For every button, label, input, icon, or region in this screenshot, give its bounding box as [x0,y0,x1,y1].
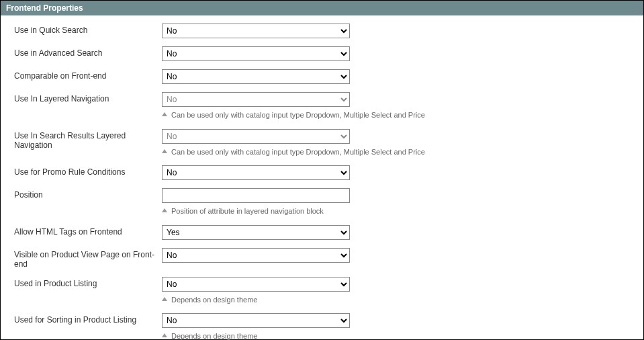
row-comparable: Comparable on Front-end No Yes [14,69,630,84]
select-comparable[interactable]: No Yes [162,69,350,84]
select-visible-pvp[interactable]: No Yes [162,248,350,263]
row-visible-pvp: Visible on Product View Page on Front-en… [14,248,630,269]
hint-product-listing: Depends on design theme [162,294,350,306]
row-sorting: Used for Sorting in Product Listing No Y… [14,313,630,340]
label-product-listing: Used in Product Listing [14,277,162,306]
row-product-listing: Used in Product Listing No Yes Depends o… [14,277,630,306]
label-position: Position [14,188,162,217]
label-allow-html: Allow HTML Tags on Frontend [14,225,162,240]
row-search-layered: Use In Search Results Layered Navigation… [14,129,630,158]
select-allow-html[interactable]: Yes No [162,225,350,240]
label-quick-search: Use in Quick Search [14,24,162,38]
select-sorting[interactable]: No Yes [162,313,350,328]
hint-position: Position of attribute in layered navigat… [162,206,350,217]
row-layered-nav: Use In Layered Navigation No Yes Can be … [14,92,630,121]
hint-sorting: Depends on design theme [162,331,350,340]
label-promo-rule: Use for Promo Rule Conditions [14,165,162,180]
select-quick-search[interactable]: No Yes [162,24,350,38]
label-layered-nav: Use In Layered Navigation [14,92,162,121]
frontend-properties-panel: Frontend Properties Use in Quick Search … [0,0,644,340]
input-position[interactable] [162,188,350,203]
triangle-icon [162,149,167,153]
label-visible-pvp: Visible on Product View Page on Front-en… [14,248,162,269]
select-search-layered[interactable]: No Yes [162,129,350,144]
row-position: Position Position of attribute in layere… [14,188,630,217]
row-advanced-search: Use in Advanced Search No Yes [14,46,630,61]
label-search-layered: Use In Search Results Layered Navigation [14,129,162,158]
hint-layered-nav: Can be used only with catalog input type… [162,110,425,121]
triangle-icon [162,297,167,301]
row-allow-html: Allow HTML Tags on Frontend Yes No [14,225,630,240]
hint-search-layered: Can be used only with catalog input type… [162,146,425,158]
label-comparable: Comparable on Front-end [14,69,162,84]
select-layered-nav[interactable]: No Yes [162,92,350,107]
triangle-icon [162,112,167,116]
label-advanced-search: Use in Advanced Search [14,46,162,61]
panel-body: Use in Quick Search No Yes Use in Advanc… [1,15,643,340]
triangle-icon [162,333,167,337]
label-sorting: Used for Sorting in Product Listing [14,313,162,340]
panel-title: Frontend Properties [6,3,83,13]
select-advanced-search[interactable]: No Yes [162,46,350,61]
panel-header: Frontend Properties [1,1,643,15]
select-product-listing[interactable]: No Yes [162,277,350,292]
row-quick-search: Use in Quick Search No Yes [14,24,630,38]
select-promo-rule[interactable]: No Yes [162,165,350,180]
row-promo-rule: Use for Promo Rule Conditions No Yes [14,165,630,180]
triangle-icon [162,208,167,212]
